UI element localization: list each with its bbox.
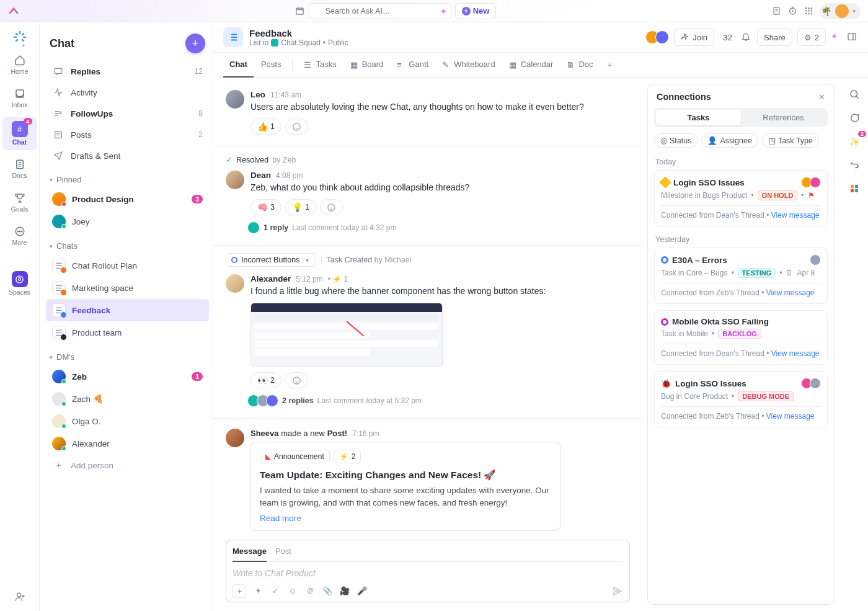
add-reaction-button[interactable] (285, 372, 308, 388)
tab-gantt[interactable]: ≡Gantt (391, 53, 435, 78)
sidebar-drafts[interactable]: Drafts & Sent (46, 145, 209, 166)
task-icon[interactable]: ✓ (270, 586, 281, 597)
sidebar-chat-item[interactable]: ☰ Feedback (46, 299, 209, 321)
user-avatar[interactable] (226, 171, 244, 189)
tab-chat[interactable]: Chat (223, 53, 254, 78)
ai-sparkle-icon[interactable]: ✦ (440, 7, 447, 16)
read-more-link[interactable]: Read more (260, 514, 301, 523)
mic-icon[interactable]: 🎤 (356, 586, 368, 597)
ai-assistant-icon[interactable]: ✨ (846, 133, 862, 149)
global-search-input[interactable] (309, 3, 451, 19)
attachment-image[interactable] (250, 303, 443, 367)
rail-chat[interactable]: 4 # Chat (2, 117, 37, 150)
attach-icon[interactable]: 📎 (322, 586, 333, 597)
view-message-link[interactable]: View message (771, 349, 820, 358)
add-reaction-button[interactable] (320, 199, 343, 215)
connection-card[interactable]: E30A – Errors Task in Core – Bugs• TESTI… (654, 248, 828, 304)
account-menu[interactable]: 🌴 ▾ (820, 3, 861, 19)
thread-summary[interactable]: 1 reply Last comment today at 4:32 pm (250, 221, 630, 234)
view-message-link[interactable]: View message (771, 211, 820, 220)
sidebar-activity[interactable]: Activity (46, 82, 209, 103)
new-button[interactable]: + New (455, 3, 497, 19)
sidebar-section-pinned[interactable]: ▾Pinned (42, 166, 213, 188)
emoji-icon[interactable]: ☺ (287, 586, 298, 597)
sidebar-replies[interactable]: Replies 12 (46, 61, 209, 82)
connection-card[interactable]: 🐞 Login SSO Issues Bug in Core Product• … (654, 371, 828, 427)
composer-input[interactable] (232, 568, 623, 578)
tab-whiteboard[interactable]: ✎Whiteboard (436, 53, 501, 78)
mention-icon[interactable]: ＠ (304, 586, 316, 597)
sidebar-add-person[interactable]: ＋ Add person (46, 455, 209, 476)
app-logo[interactable] (7, 5, 20, 17)
composer-tab-post[interactable]: Post (275, 545, 291, 561)
presence-avatars[interactable] (649, 30, 669, 44)
task-pill[interactable]: Incorrect Buttons▾ (226, 253, 316, 267)
sidebar-section-dms[interactable]: ▾DM's (42, 344, 213, 365)
apps-icon[interactable] (846, 181, 862, 197)
rail-more[interactable]: More (2, 221, 37, 251)
add-button[interactable]: ＋ (232, 584, 246, 598)
video-icon[interactable]: 🎥 (339, 586, 350, 597)
sidebar-chat-item[interactable]: ☰ Chat Rollout Plan (46, 254, 209, 277)
view-message-link[interactable]: View message (766, 412, 815, 421)
workspace-switcher[interactable]: ▾ (11, 29, 29, 46)
add-reaction-button[interactable] (285, 118, 308, 135)
sidebar-pinned-item[interactable]: Joey (46, 210, 209, 233)
user-avatar[interactable] (226, 429, 244, 447)
rail-docs[interactable]: Docs (2, 154, 37, 184)
rail-home[interactable]: Home (2, 50, 37, 79)
apps-grid-icon[interactable] (804, 6, 813, 16)
new-chat-button[interactable]: + (185, 33, 205, 53)
filter-status[interactable]: ◎ Status (654, 133, 698, 148)
search-icon[interactable] (846, 86, 862, 102)
tab-board[interactable]: ▦Board (344, 53, 390, 78)
share-button[interactable]: Share (757, 29, 792, 46)
rail-goals[interactable]: Goals (2, 187, 37, 217)
reaction[interactable]: 👍1 (250, 118, 281, 135)
breadcrumb[interactable]: List in Chat Squad • Public (249, 38, 348, 47)
post-card[interactable]: ◣Announcement ⚡2 Team Update: Exciting C… (250, 442, 560, 531)
calendar-icon[interactable] (295, 6, 305, 16)
reaction[interactable]: 🧠3 (250, 199, 281, 215)
join-button[interactable]: Join (674, 29, 714, 46)
sidebar-section-chats[interactable]: ▾Chats (42, 233, 213, 254)
sidebar-dm-item[interactable]: Zeb 1 (46, 365, 209, 388)
comment-icon[interactable] (846, 110, 862, 126)
connection-card[interactable]: Mobile Okta SSO Failing Task in Mobile• … (654, 310, 828, 365)
sidebar-followups[interactable]: FollowUps 8 (46, 103, 209, 124)
filter-assignee[interactable]: 👤 Assignee (701, 133, 758, 148)
connection-card[interactable]: Login SSO Issues Milestone in Bugs Produ… (654, 170, 828, 226)
tab-doc[interactable]: 🗎Doc (560, 53, 599, 78)
invite-icon[interactable] (14, 591, 25, 602)
thread-summary[interactable]: 2 replies Last comment today at 5:32 pm (250, 395, 630, 407)
filter-tasktype[interactable]: ◳ Task Type (762, 133, 819, 148)
notepad-icon[interactable] (771, 6, 781, 16)
reaction[interactable]: 👀2 (250, 372, 281, 388)
tab-tasks[interactable]: ☰Tasks (298, 53, 342, 78)
sidebar-dm-item[interactable]: Alexander (46, 432, 209, 455)
sidebar-pinned-item[interactable]: Product Design 3 (46, 188, 209, 210)
sidebar-chat-item[interactable]: ☰ Marketing space (46, 277, 209, 299)
tab-posts[interactable]: Posts (255, 53, 288, 78)
close-icon[interactable]: ✕ (818, 92, 825, 102)
add-view-button[interactable]: ＋ (601, 60, 619, 71)
bell-icon[interactable] (741, 32, 752, 43)
ai-icon[interactable]: ✦ (252, 586, 264, 597)
user-avatar[interactable] (226, 274, 244, 293)
ai-icon[interactable]: ✦ (831, 32, 842, 43)
sync-icon[interactable] (846, 157, 862, 173)
rail-spaces[interactable]: Spaces (2, 267, 37, 300)
tab-calendar[interactable]: ▦Calendar (503, 53, 560, 78)
sidebar-posts[interactable]: Posts 2 (46, 124, 209, 145)
seg-tasks[interactable]: Tasks (656, 110, 741, 125)
send-button[interactable] (612, 586, 623, 597)
sidebar-dm-item[interactable]: Zach 🍕 (46, 388, 209, 410)
composer-tab-message[interactable]: Message (232, 545, 267, 562)
timer-icon[interactable] (787, 6, 797, 16)
sidebar-chat-item[interactable]: ☰ Product team (46, 321, 209, 344)
seg-references[interactable]: References (741, 110, 826, 125)
panel-icon[interactable] (847, 32, 858, 43)
rail-inbox[interactable]: Inbox (2, 83, 37, 113)
sidebar-dm-item[interactable]: Olga O. (46, 410, 209, 432)
collab-button[interactable]: ⚙2 (797, 29, 826, 46)
